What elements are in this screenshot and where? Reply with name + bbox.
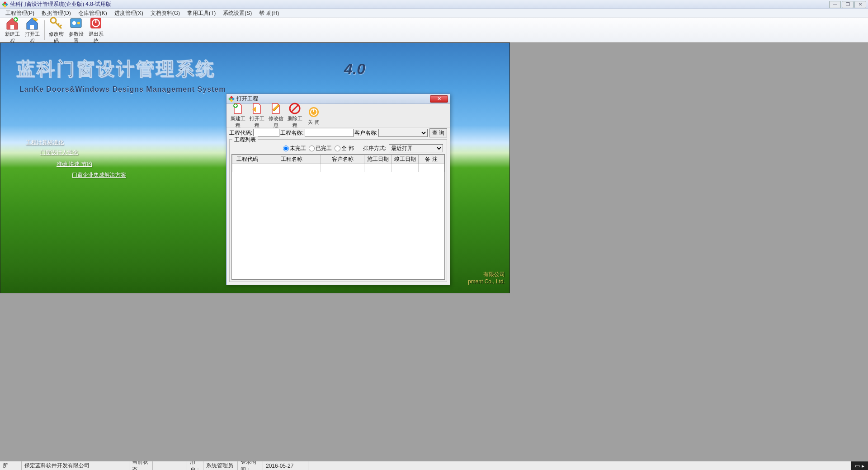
- col-start[interactable]: 施工日期: [364, 155, 392, 164]
- new-project-button[interactable]: 新建工程: [3, 16, 22, 44]
- tray-chevron-icon: ▸: [862, 463, 864, 469]
- col-end[interactable]: 竣工日期: [392, 155, 419, 164]
- table-row[interactable]: [232, 164, 444, 172]
- status-user-label: 用户：: [187, 461, 203, 470]
- table-header-row: 工程代码 工程名称 客户名称 施工日期 竣工日期 备 注: [232, 155, 444, 164]
- house-open-icon: [25, 16, 39, 30]
- main-window: 蓝科门窗设计管理系统(企业版) 4.8-试用版 — ❐ ✕ 工程管理(P) 数据…: [0, 0, 868, 470]
- filter-row: 未完工 已完工 全 部 排序方式: 最近打开: [231, 144, 445, 154]
- change-password-button[interactable]: 修改密码: [47, 16, 66, 44]
- window-controls: — ❐ ✕: [829, 1, 866, 8]
- col-code[interactable]: 工程代码: [232, 155, 262, 164]
- splash-tagline-3: 准确 快速 节约: [57, 160, 92, 168]
- dlg-delete-project-label: 删除工程: [285, 115, 304, 129]
- radio-finished[interactable]: 已完工: [309, 145, 332, 152]
- dlg-new-project-label: 新建工程: [228, 115, 247, 129]
- system-tray: ▭ ▸: [851, 461, 868, 470]
- house-plus-icon: [5, 16, 19, 30]
- dlg-delete-project-button[interactable]: 删除工程: [285, 102, 304, 129]
- project-name-input[interactable]: [305, 129, 354, 137]
- main-toolbar: 新建工程 打开工程 修改密码 参数设置 退出系统: [0, 18, 868, 42]
- project-table[interactable]: 工程代码 工程名称 客户名称 施工日期 竣工日期 备 注: [231, 154, 445, 280]
- menu-help[interactable]: 帮 助(H): [255, 9, 283, 18]
- dialog-app-icon: [228, 96, 235, 102]
- dlg-open-project-button[interactable]: 打开工程: [247, 102, 266, 129]
- splash-title-cn: 蓝科门窗设计管理系统: [17, 56, 216, 81]
- radio-all[interactable]: 全 部: [335, 145, 354, 152]
- customer-label: 客户名称:: [354, 129, 377, 137]
- col-name[interactable]: 工程名称: [262, 155, 321, 164]
- dialog-title: 打开工程: [236, 95, 430, 103]
- sort-label: 排序方式:: [363, 145, 386, 152]
- dlg-edit-info-label: 修改信息: [266, 115, 285, 129]
- svg-rect-4: [10, 25, 14, 29]
- col-remark[interactable]: 备 注: [419, 155, 444, 164]
- sort-select[interactable]: 最近打开: [389, 144, 443, 152]
- main-titlebar: 蓝科门窗设计管理系统(企业版) 4.8-试用版 — ❐ ✕: [0, 0, 868, 9]
- open-project-dialog: 打开工程 ✕ 新建工程 打开工程: [226, 94, 450, 285]
- open-project-button[interactable]: 打开工程: [23, 16, 42, 44]
- col-customer[interactable]: 客户名称: [321, 155, 364, 164]
- status-user-value: 系统管理员: [203, 461, 238, 470]
- dlg-open-project-label: 打开工程: [247, 115, 266, 129]
- app-icon: [2, 1, 8, 8]
- menubar: 工程管理(P) 数据管理(D) 仓库管理(K) 进度管理(X) 文档资料(G) …: [0, 9, 868, 18]
- project-name-label: 工程名称:: [280, 129, 303, 137]
- toolbar-separator: [44, 20, 45, 40]
- splash-company: 有限公司 pment Co., Ltd.: [468, 271, 505, 285]
- splash-company-en: pment Co., Ltd.: [468, 278, 505, 285]
- svg-rect-6: [30, 25, 34, 29]
- splash-tagline-1: 工程计算标准化: [26, 139, 64, 146]
- open-doc-icon: [250, 102, 263, 115]
- dialog-close-button[interactable]: ✕: [430, 95, 448, 103]
- key-icon: [49, 16, 63, 30]
- power-circle-icon: [307, 106, 320, 118]
- status-copyright-value: 保定蓝科软件开发有限公司: [22, 461, 129, 470]
- status-copyright-label: 版权所有：: [0, 461, 22, 470]
- splash-tagline-4: 门窗企业集成解决方案: [72, 171, 126, 179]
- splash-company-cn: 有限公司: [468, 271, 505, 278]
- status-state-label: 当前状态: [129, 461, 153, 470]
- svg-line-20: [292, 105, 298, 112]
- param-settings-button[interactable]: 参数设置: [66, 16, 85, 44]
- customer-select[interactable]: [378, 129, 428, 137]
- power-icon: [89, 16, 103, 30]
- project-list-group: 工程列表 未完工 已完工 全 部 排序方式: 最近打开: [229, 139, 447, 282]
- minimize-button[interactable]: —: [829, 1, 841, 8]
- dlg-edit-info-button[interactable]: 修改信息: [266, 102, 285, 129]
- svg-point-10: [77, 22, 80, 24]
- radio-unfinished[interactable]: 未完工: [283, 145, 306, 152]
- menu-settings[interactable]: 系统设置(S): [219, 9, 255, 18]
- dlg-close-button[interactable]: 关 闭: [304, 106, 323, 126]
- statusbar: 版权所有： 保定蓝科软件开发有限公司 当前状态 用户： 系统管理员 登录时间： …: [0, 461, 868, 470]
- settings-icon: [69, 16, 83, 30]
- project-code-label: 工程代码:: [229, 129, 252, 137]
- splash-version: 4.0: [344, 60, 365, 78]
- restore-button[interactable]: ❐: [842, 1, 854, 8]
- splash-tagline-2: 门窗设计人性化: [40, 149, 78, 156]
- status-state-value: [153, 461, 187, 470]
- menu-progress[interactable]: 进度管理(X): [111, 9, 147, 18]
- close-button[interactable]: ✕: [854, 1, 866, 8]
- main-title: 蓝科门窗设计管理系统(企业版) 4.8-试用版: [10, 0, 829, 8]
- exit-system-button[interactable]: 退出系统: [86, 16, 105, 44]
- dialog-toolbar: 新建工程 打开工程 修改信息: [226, 104, 450, 127]
- content-area: 蓝科门窗设计管理系统 4.0 LanKe Doors&Windows Desig…: [0, 42, 868, 461]
- project-list-group-label: 工程列表: [232, 136, 258, 144]
- status-login-label: 登录时间：: [238, 461, 263, 470]
- edit-doc-icon: [269, 102, 282, 115]
- svg-point-9: [72, 21, 76, 25]
- dlg-close-label: 关 闭: [304, 119, 323, 126]
- tray-battery-icon: ▭: [855, 463, 860, 469]
- menu-tools[interactable]: 常用工具(T): [184, 9, 219, 18]
- dlg-new-project-button[interactable]: 新建工程: [228, 102, 247, 129]
- status-login-value: 2016-05-27: [263, 461, 308, 470]
- forbidden-icon: [288, 102, 301, 115]
- dialog-search-row: 工程代码: 工程名称: 客户名称: 查 询: [226, 127, 450, 138]
- new-doc-icon: [231, 102, 244, 115]
- splash-title-en: LanKe Doors&Windows Designs Management S…: [19, 85, 226, 94]
- menu-documents[interactable]: 文档资料(G): [147, 9, 184, 18]
- query-button[interactable]: 查 询: [429, 128, 447, 137]
